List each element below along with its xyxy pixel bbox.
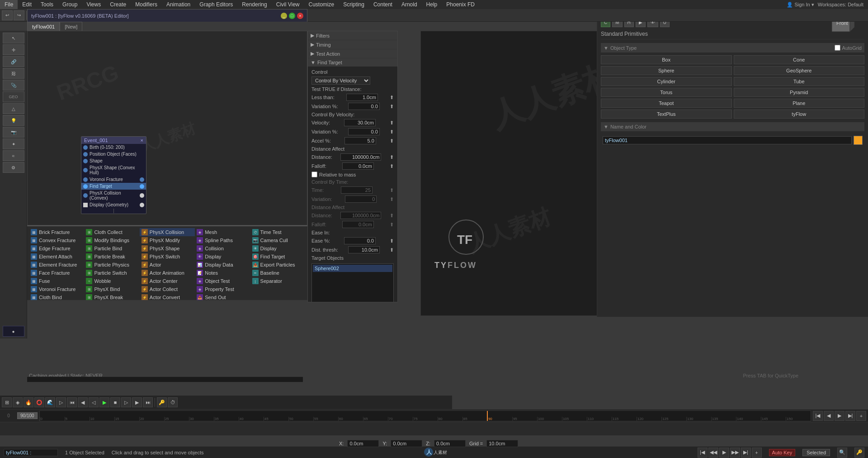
op-physx-switch[interactable]: ⚡PhysX Switch: [140, 253, 195, 261]
play-back[interactable]: ◀: [824, 411, 834, 421]
op-display-data[interactable]: 📊Display Data: [195, 261, 250, 269]
spacewarps-tool[interactable]: ≈: [3, 150, 24, 161]
menu-tools[interactable]: Tools: [36, 0, 58, 9]
falloff2-input[interactable]: [342, 221, 374, 228]
test-action-header[interactable]: ▶ Test Action: [308, 49, 397, 58]
op-find-target-teal[interactable]: 🎯Find Target: [250, 253, 306, 261]
maximize-button[interactable]: □: [289, 13, 295, 19]
time-input[interactable]: [341, 186, 373, 194]
falloff-spinner[interactable]: ⬆: [390, 163, 394, 169]
tyflow-editor-viewport[interactable]: RRCG 人人素材 RRCG Event_001 × Birth (0-150:…: [27, 31, 307, 225]
node-row-voronoi[interactable]: Voronoi Fracture: [81, 176, 146, 183]
node-row-position[interactable]: Position Object (Faces): [81, 151, 146, 157]
op-physx-bind[interactable]: ⊞PhysX Bind: [84, 285, 139, 293]
falloff2-spinner[interactable]: ⬆: [390, 222, 394, 228]
redo-button[interactable]: ↪: [14, 10, 24, 20]
anim-btn-end[interactable]: ⏭: [143, 397, 153, 407]
op-physx-shape[interactable]: ⚡PhysX Shape: [140, 244, 195, 253]
menu-edit[interactable]: Edit: [18, 0, 36, 9]
node-row-display[interactable]: Display (Geometry): [81, 201, 146, 208]
op-particle-bind[interactable]: ⊞Particle Bind: [84, 244, 139, 253]
op-collision[interactable]: ◈Collision: [195, 244, 250, 253]
anim-btn-5[interactable]: 🌊: [45, 397, 55, 407]
status-play-1[interactable]: |◀: [698, 448, 708, 458]
op-separator[interactable]: |Separator: [250, 277, 306, 285]
op-element-attach[interactable]: ▦Element Attach: [29, 253, 84, 261]
op-particle-break[interactable]: ⊞Particle Break: [84, 253, 139, 261]
anim-btn-6[interactable]: ▷: [56, 397, 66, 407]
op-physx-break[interactable]: ⊞PhysX Break: [84, 293, 139, 300]
anim-btn-7[interactable]: ⏮: [67, 397, 77, 407]
op-baseline[interactable]: ━Baseline: [250, 269, 306, 277]
op-camera-cull[interactable]: 📷Camera Cull: [250, 236, 306, 244]
lights-tool[interactable]: 💡: [3, 115, 24, 126]
object-type-expand[interactable]: ▼: [604, 45, 609, 51]
anim-btn-next-key[interactable]: ▶: [132, 397, 142, 407]
dist-thresh-input[interactable]: [348, 246, 380, 253]
obj-type-sphere[interactable]: Sphere: [601, 66, 732, 75]
link-tool[interactable]: 🔗: [3, 56, 24, 67]
target-item-sphere002[interactable]: Sphere002: [313, 265, 392, 272]
menu-customize[interactable]: Customize: [304, 0, 339, 9]
op-face-fracture[interactable]: ▦Face Fracture: [29, 269, 84, 277]
menu-help[interactable]: Help: [422, 0, 442, 9]
color-swatch[interactable]: [854, 136, 863, 145]
event-node-close-icon[interactable]: ×: [141, 138, 143, 143]
play-prev[interactable]: |◀: [813, 411, 823, 421]
op-element-fracture[interactable]: ▦Element Fracture: [29, 261, 84, 269]
move-tool[interactable]: ✛: [3, 44, 24, 55]
unlink-tool[interactable]: ⛓: [3, 68, 24, 79]
menu-scripting[interactable]: Scripting: [339, 0, 369, 9]
op-convex-fracture[interactable]: ▦Convex Fracture: [29, 236, 84, 244]
vel-variation-spinner[interactable]: ⬆: [390, 129, 394, 135]
op-physx-collision[interactable]: ⚡PhysX Collision: [140, 228, 195, 236]
play-end[interactable]: +: [856, 411, 866, 421]
minimize-button[interactable]: _: [281, 13, 287, 19]
obj-type-geosphere[interactable]: GeoSphere: [734, 66, 865, 75]
velocity-input[interactable]: [344, 119, 376, 126]
grid-field[interactable]: [486, 440, 518, 447]
y-field[interactable]: [391, 440, 422, 447]
status-play-6[interactable]: +: [752, 448, 762, 458]
anim-btn-next-frame[interactable]: ▷: [121, 397, 131, 407]
relative-mass-checkbox[interactable]: [311, 172, 317, 177]
op-export-particles[interactable]: 📤Export Particles: [250, 261, 306, 269]
menu-views[interactable]: Views: [82, 0, 105, 9]
op-actor-convert[interactable]: ⚡Actor Convert: [140, 293, 195, 300]
z-field[interactable]: [434, 440, 466, 447]
sign-in-button[interactable]: 👤 Sign In ▾: [787, 2, 814, 8]
op-mesh[interactable]: ◈Mesh: [195, 228, 250, 236]
anim-btn-time-config[interactable]: ⏱: [168, 397, 178, 407]
event-node-header[interactable]: Event_001 ×: [81, 137, 146, 144]
time-spinner[interactable]: ⬆: [390, 187, 394, 193]
velocity-spinner[interactable]: ⬆: [390, 120, 394, 126]
anim-btn-play[interactable]: ▶: [99, 397, 109, 407]
op-edge-fracture[interactable]: ▦Edge Fracture: [29, 244, 84, 253]
falloff-input[interactable]: [342, 162, 374, 170]
op-object-test[interactable]: ◈Object Test: [195, 277, 250, 285]
menu-file[interactable]: File: [0, 0, 18, 9]
undo-button[interactable]: ↩: [2, 10, 13, 20]
name-color-expand[interactable]: ▼: [604, 124, 609, 129]
op-voronoi-fracture[interactable]: ▦Voronoi Fracture: [29, 285, 84, 293]
anim-btn-prev-key[interactable]: ◀: [78, 397, 88, 407]
filters-header[interactable]: ▶ Filters: [308, 31, 397, 40]
op-actor[interactable]: ⚡Actor: [140, 261, 195, 269]
obj-type-tyflow[interactable]: tyFlow: [734, 110, 865, 119]
obj-type-tube[interactable]: Tube: [734, 77, 865, 86]
vel-variation-input[interactable]: [348, 128, 380, 135]
find-target-header[interactable]: ▼ Find Target: [308, 58, 397, 67]
accel-input[interactable]: [344, 137, 376, 144]
menu-phoenix-fd[interactable]: Phoenix FD: [442, 0, 479, 9]
op-brick-fracture[interactable]: ▦Brick Fracture: [29, 228, 84, 236]
timeline-frame-display[interactable]: 90/100: [17, 412, 38, 419]
status-play-4[interactable]: ▶▶: [730, 448, 740, 458]
distance-spinner[interactable]: ⬆: [390, 154, 394, 160]
play-play[interactable]: ▶: [835, 411, 844, 421]
menu-rendering[interactable]: Rendering: [237, 0, 271, 9]
obj-type-cylinder[interactable]: Cylinder: [601, 77, 732, 86]
op-actor-animation[interactable]: ⚡Actor Animation: [140, 269, 195, 277]
dist-thresh-spinner[interactable]: ⬆: [390, 247, 394, 253]
variation-spinner[interactable]: ⬆: [390, 104, 394, 110]
menu-civil-view[interactable]: Civil View: [272, 0, 304, 9]
